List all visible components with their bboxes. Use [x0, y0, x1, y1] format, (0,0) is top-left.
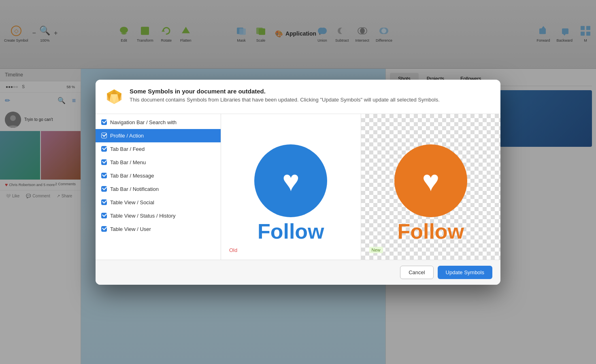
- sketch-logo-icon: [105, 88, 123, 106]
- new-label: New: [369, 247, 383, 253]
- preview-columns: ♥ Follow Old ♥ Follow New: [221, 114, 500, 260]
- checkbox-tab-message[interactable]: [101, 173, 107, 178]
- modal-header-text: Some Symbols in your document are outdat…: [130, 88, 440, 104]
- list-item-tab-menu[interactable]: Tab Bar / Menu: [96, 156, 221, 169]
- preview-new: ♥ Follow New: [361, 114, 501, 260]
- checkbox-table-social[interactable]: [101, 199, 107, 205]
- symbols-list: Navigation Bar / Search with Profile / A…: [96, 114, 221, 260]
- list-item-selected-label: Profile / Action: [110, 133, 144, 139]
- old-heart-icon: ♥: [282, 166, 300, 195]
- modal-footer: Cancel Update Symbols: [96, 260, 500, 285]
- modal-description: This document contains Symbols from Libr…: [130, 96, 440, 104]
- list-item-label-user: Table View / User: [110, 226, 151, 232]
- list-item-label-social: Table View / Social: [110, 199, 154, 205]
- modal-overlay: Some Symbols in your document are outdat…: [0, 0, 596, 364]
- checkbox-table-user[interactable]: [101, 226, 107, 232]
- list-item-profile-action[interactable]: Profile / Action: [96, 129, 221, 142]
- update-symbols-button[interactable]: Update Symbols: [438, 266, 492, 279]
- checkbox-tab-feed[interactable]: [101, 146, 107, 152]
- list-item-tab-notification[interactable]: Tab Bar / Notification: [96, 182, 221, 196]
- list-item-label-notification: Tab Bar / Notification: [110, 186, 159, 192]
- list-item-table-user[interactable]: Table View / User: [96, 222, 221, 236]
- checkbox-profile-action[interactable]: [101, 133, 107, 138]
- new-follow-text: Follow: [397, 219, 464, 243]
- preview-area: ♥ Follow Old ♥ Follow New: [221, 114, 500, 260]
- preview-old: ♥ Follow Old: [221, 114, 361, 260]
- modal-header: Some Symbols in your document are outdat…: [96, 80, 500, 114]
- list-item-label-message: Tab Bar / Message: [110, 173, 154, 179]
- old-follow-text: Follow: [258, 219, 324, 243]
- cancel-button[interactable]: Cancel: [400, 266, 433, 279]
- checkbox-nav-bar[interactable]: [101, 119, 107, 125]
- modal-body: Navigation Bar / Search with Profile / A…: [96, 114, 500, 260]
- modal-title: Some Symbols in your document are outdat…: [130, 88, 440, 95]
- old-follow-circle: ♥: [254, 144, 327, 217]
- checkbox-tab-notification[interactable]: [101, 186, 107, 192]
- list-item-table-social[interactable]: Table View / Social: [96, 196, 221, 209]
- update-symbols-modal: Some Symbols in your document are outdat…: [96, 80, 500, 285]
- list-item-label-history: Table View / Status / History: [110, 213, 176, 219]
- checkbox-tab-menu[interactable]: [101, 159, 107, 165]
- list-item-table-history[interactable]: Table View / Status / History: [96, 209, 221, 222]
- new-follow-circle: ♥: [394, 144, 467, 217]
- list-item-tab-feed[interactable]: Tab Bar / Feed: [96, 142, 221, 156]
- old-label: Old: [229, 247, 237, 253]
- list-item-nav-bar[interactable]: Navigation Bar / Search with: [96, 116, 221, 129]
- list-item-label-feed: Tab Bar / Feed: [110, 146, 145, 152]
- list-item-tab-message[interactable]: Tab Bar / Message: [96, 169, 221, 182]
- new-heart-icon: ♥: [422, 166, 439, 195]
- list-item-label-menu: Tab Bar / Menu: [110, 159, 146, 165]
- list-item-label: Navigation Bar / Search with: [110, 119, 177, 125]
- checkbox-table-history[interactable]: [101, 213, 107, 218]
